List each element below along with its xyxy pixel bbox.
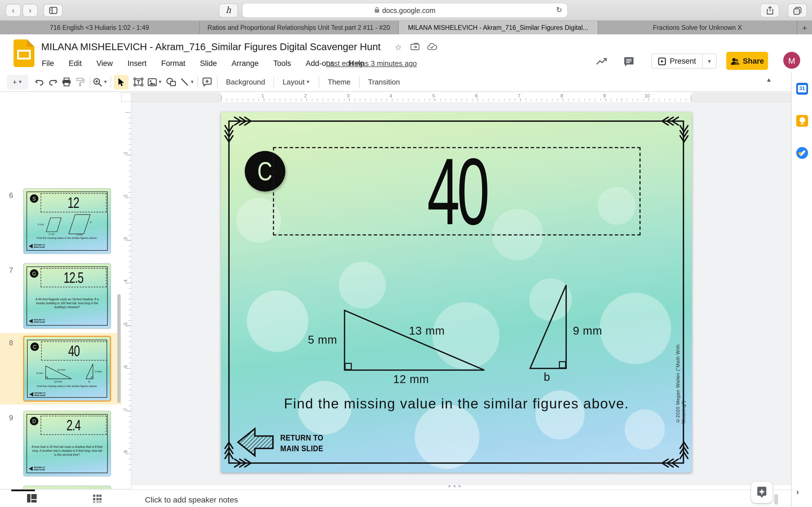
notes-resize-handle[interactable]: [448, 485, 461, 487]
tab-ratios-test[interactable]: Ratios and Proportional Relationships Un…: [199, 21, 399, 34]
thumb-letter-badge: S: [30, 194, 38, 203]
person-add-icon: [730, 57, 739, 64]
menu-view[interactable]: View: [96, 59, 113, 68]
left-triangle-hyp-label[interactable]: 13 mm: [404, 325, 449, 337]
menu-arrange[interactable]: Arrange: [232, 59, 259, 68]
share-page-icon[interactable]: [760, 3, 779, 17]
undo-icon[interactable]: [33, 75, 46, 89]
slide-caption[interactable]: Find the missing value in the similar fi…: [244, 395, 669, 412]
thumb-problem-text: A tree that is 20 feet tall casts a shad…: [32, 445, 103, 457]
tab-english[interactable]: 716 English <3 Huliaris 1:02 - 1:49: [0, 21, 199, 34]
print-icon[interactable]: [60, 75, 73, 89]
last-edit-link[interactable]: Last edit was 3 minutes ago: [326, 59, 417, 68]
menu-slide[interactable]: Slide: [200, 59, 217, 68]
ruler-number: 3: [123, 235, 128, 242]
tabs-overview-icon[interactable]: [788, 3, 807, 17]
collapse-toolbar-icon[interactable]: ▲: [766, 76, 772, 83]
ruler-number: 2: [123, 192, 128, 199]
slide-thumbnail-6[interactable]: 12 S 5 cm 2 cm k 5 cm Find the missing v…: [23, 188, 111, 254]
insert-line-icon[interactable]: ▼: [181, 75, 195, 89]
menu-edit[interactable]: Edit: [69, 59, 82, 68]
notes-scrollbar[interactable]: [774, 494, 778, 505]
present-button[interactable]: Present: [651, 54, 702, 69]
right-triangle-base-label[interactable]: b: [540, 371, 554, 384]
thumb-value: 12: [68, 194, 79, 212]
ruler-number: 7: [123, 406, 128, 412]
thumb-problem-text: A 45-foot flagpole casts an 18-foot shad…: [32, 297, 103, 309]
refresh-icon[interactable]: ↻: [556, 6, 562, 14]
filmstrip-row-7: 7 12.5 G A 45-foot flagpole casts an 18-…: [0, 260, 121, 332]
cloud-saved-icon[interactable]: [427, 43, 437, 52]
menu-file[interactable]: File: [42, 59, 54, 68]
insert-image-icon[interactable]: ▼: [148, 75, 162, 89]
thumb-figures: 5 mm 13 mm 12 mm 9 mm b: [29, 362, 108, 384]
star-icon[interactable]: ☆: [395, 43, 402, 52]
new-slide-button[interactable]: +▼: [7, 75, 28, 89]
ruler-number: 8: [559, 94, 565, 99]
google-slides-logo[interactable]: [13, 40, 35, 67]
transition-button[interactable]: Transition: [362, 75, 405, 89]
paint-format-icon[interactable]: [73, 75, 87, 89]
theme-button[interactable]: Theme: [322, 75, 356, 89]
text-box-icon[interactable]: [132, 75, 146, 89]
move-folder-icon[interactable]: [410, 43, 419, 52]
ruler-number: 8: [123, 448, 128, 455]
background-button[interactable]: Background: [220, 75, 271, 89]
svg-text:k: k: [90, 221, 92, 224]
menu-format[interactable]: Format: [161, 59, 186, 68]
activity-trend-icon[interactable]: [596, 57, 608, 68]
ruler-number: 7: [516, 94, 522, 99]
zoom-icon[interactable]: ▼: [93, 75, 108, 89]
google-calendar-icon[interactable]: 31: [796, 83, 808, 95]
ruler-number: 6: [474, 94, 479, 99]
document-title[interactable]: MILANA MISHELEVICH - Akram_716_Similar F…: [41, 41, 380, 53]
slide-thumbnail-8[interactable]: 40 C 5 mm 13 mm 12 mm 9 mm b Find the mi…: [23, 336, 111, 402]
right-triangle-side-label[interactable]: 9 mm: [573, 325, 602, 337]
forward-icon[interactable]: ›: [22, 4, 38, 17]
sidebar-icon[interactable]: [43, 4, 63, 17]
left-triangle-side-label[interactable]: 5 mm: [303, 334, 337, 346]
tab-slides-active[interactable]: MILANA MISHELEVICH - Akram_716_Similar F…: [399, 21, 598, 34]
layout-button[interactable]: Layout▼: [277, 75, 316, 89]
slide-thumbnail-9[interactable]: 2.4 D A tree that is 20 feet tall casts …: [23, 411, 111, 476]
grid-view-icon[interactable]: [93, 495, 102, 504]
new-tab-button[interactable]: +: [797, 21, 812, 34]
slide-page[interactable]: C 40 5 mm 13 mm 12 mm 9 mm b Find the mi…: [221, 112, 692, 473]
ruler-number: 10: [645, 94, 650, 99]
filmstrip-row-8-selected: 8 40 C 5 mm 13 mm 12 mm 9 mm b Find the …: [0, 333, 121, 404]
speaker-notes-input[interactable]: Click to add speaker notes: [145, 495, 238, 504]
explore-button[interactable]: [751, 482, 772, 503]
ruler-number: 4: [388, 94, 394, 99]
insert-shape-icon[interactable]: [165, 75, 178, 89]
left-triangle-base-label[interactable]: 12 mm: [389, 373, 434, 386]
select-tool-icon[interactable]: [114, 75, 129, 89]
filmstrip-view-icon[interactable]: [27, 494, 37, 503]
left-arrow-icon: [29, 466, 33, 471]
present-icon: [658, 57, 666, 65]
slide-thumbnail-7[interactable]: 12.5 G A 45-foot flagpole casts an 18-fo…: [23, 263, 111, 329]
side-panel: 31: [791, 73, 812, 507]
slide-canvas-area: 12345678910: [132, 93, 791, 485]
menu-tools[interactable]: Tools: [273, 59, 291, 68]
slide-thumbnail-10[interactable]: 5.25 L 18 ft. 20 ft. 15 ft. w 4 ft. 3 ft…: [23, 486, 111, 489]
insert-comment-icon[interactable]: [201, 75, 214, 89]
slide-number: 7: [9, 266, 13, 274]
expand-panel-chevron-icon[interactable]: ›: [796, 487, 799, 496]
account-avatar[interactable]: M: [783, 52, 800, 69]
menu-insert[interactable]: Insert: [128, 59, 147, 68]
google-keep-icon[interactable]: [796, 115, 808, 127]
return-to-main-button[interactable]: RETURN TOMAIN SLIDE: [237, 427, 331, 459]
comment-history-icon[interactable]: [624, 57, 635, 70]
share-button[interactable]: Share: [726, 52, 768, 70]
tab-fractions[interactable]: Fractions Solve for Unknown X: [598, 21, 797, 34]
answer-box[interactable]: 40: [273, 147, 641, 235]
svg-text:9 mm: 9 mm: [95, 370, 102, 373]
google-tasks-icon[interactable]: [796, 147, 808, 159]
address-bar[interactable]: docs.google.com ↻: [243, 3, 567, 17]
svg-text:5 cm: 5 cm: [38, 223, 44, 226]
present-dropdown[interactable]: ▼: [702, 54, 717, 69]
redo-icon[interactable]: [46, 75, 60, 89]
back-icon[interactable]: ‹: [6, 4, 21, 17]
filmstrip-scrollbar[interactable]: [117, 294, 121, 403]
honey-extension-icon[interactable]: h: [219, 3, 238, 17]
